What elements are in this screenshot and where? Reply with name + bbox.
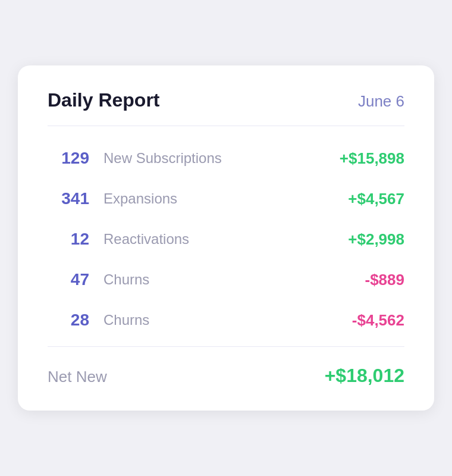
table-row: 28Churns-$4,562 xyxy=(48,300,404,340)
row-count: 12 xyxy=(48,230,89,249)
row-label: New Subscriptions xyxy=(103,150,340,167)
row-amount: -$889 xyxy=(365,271,405,289)
row-label: Churns xyxy=(103,271,365,288)
row-amount: -$4,562 xyxy=(352,311,404,330)
row-count: 47 xyxy=(48,270,89,289)
net-new-row: Net New +$18,012 xyxy=(48,365,404,387)
table-row: 129New Subscriptions+$15,898 xyxy=(48,138,404,178)
row-count: 28 xyxy=(48,311,89,330)
bottom-divider xyxy=(48,346,404,347)
row-amount: +$4,567 xyxy=(348,190,404,208)
card-header: Daily Report June 6 xyxy=(48,89,404,111)
table-row: 341Expansions+$4,567 xyxy=(48,178,404,219)
row-label: Expansions xyxy=(103,190,348,207)
row-amount: +$2,998 xyxy=(348,230,404,249)
row-count: 129 xyxy=(48,149,89,168)
table-row: 12Reactivations+$2,998 xyxy=(48,219,404,259)
report-title: Daily Report xyxy=(48,89,159,111)
daily-report-card: Daily Report June 6 129New Subscriptions… xyxy=(18,65,434,411)
row-label: Churns xyxy=(103,312,352,328)
net-new-amount: +$18,012 xyxy=(325,365,404,387)
table-row: 47Churns-$889 xyxy=(48,259,404,300)
row-amount: +$15,898 xyxy=(340,149,404,168)
row-count: 341 xyxy=(48,189,89,208)
metrics-list: 129New Subscriptions+$15,898341Expansion… xyxy=(48,138,404,340)
report-date: June 6 xyxy=(358,92,404,111)
top-divider xyxy=(48,126,404,126)
net-new-label: Net New xyxy=(48,368,107,386)
row-label: Reactivations xyxy=(103,231,348,248)
